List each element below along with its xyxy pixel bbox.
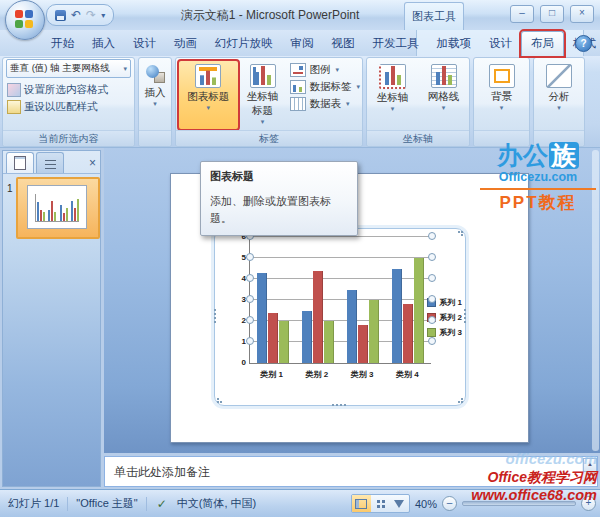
mini-bar: [63, 213, 65, 221]
group-axes: 坐标轴 ▾ 网格线 ▾ 坐标轴: [366, 57, 470, 147]
gridline-handle[interactable]: [428, 253, 436, 261]
gridline-handle[interactable]: [428, 337, 436, 345]
ribbon-tab[interactable]: 幻灯片放映: [206, 32, 282, 56]
data-labels-button[interactable]: 数据标签 ▾: [290, 80, 360, 94]
format-selection-label: 设置所选内容格式: [24, 83, 108, 97]
chart-bar[interactable]: [257, 273, 267, 363]
chevron-down-icon: ▾: [207, 104, 211, 112]
slide-thumbnail[interactable]: [16, 177, 100, 239]
chart-bar[interactable]: [369, 300, 379, 363]
chart-bar[interactable]: [302, 311, 312, 364]
undo-button[interactable]: ↶: [71, 9, 81, 21]
category-label: 类别 2: [294, 369, 339, 380]
panel-close-icon[interactable]: ×: [89, 153, 96, 173]
spellcheck-icon[interactable]: ✓: [157, 497, 167, 511]
ribbon-tab[interactable]: 加载项: [428, 32, 481, 56]
chart-bar[interactable]: [358, 325, 368, 363]
chart-bar[interactable]: [403, 304, 413, 363]
data-labels-label: 数据标签: [309, 80, 351, 94]
chart-bar[interactable]: [414, 258, 424, 363]
legend-button[interactable]: 图例 ▾: [290, 63, 360, 77]
maximize-button[interactable]: □: [540, 5, 564, 23]
chart-bar[interactable]: [268, 313, 278, 363]
save-icon[interactable]: [55, 10, 66, 21]
selection-handle-bottom-left[interactable]: [217, 401, 219, 403]
tab-outline[interactable]: [36, 152, 64, 173]
divider: [146, 497, 147, 511]
office-button[interactable]: [5, 0, 45, 40]
chart-bar[interactable]: [347, 290, 357, 364]
gridline-handle[interactable]: [428, 232, 436, 240]
reset-style-icon: [7, 100, 21, 114]
selection-handle-bottom[interactable]: [332, 404, 334, 406]
watermark-footer: officezu.com Office教程学习网 www.office68.co…: [402, 450, 597, 504]
help-button[interactable]: ?: [575, 35, 592, 52]
group-current-selection: 垂直 (值) 轴 主要网格线 ▾ 设置所选内容格式 重设以匹配样式 当前所选内容: [2, 57, 135, 147]
gridline-handle[interactable]: [428, 295, 436, 303]
minimize-button[interactable]: –: [510, 5, 534, 23]
chart-object[interactable]: 0123456 类别 1类别 2类别 3类别 4 系列 1系列 2系列 3: [214, 228, 466, 406]
normal-view-button[interactable]: [352, 495, 371, 512]
current-selection-dropdown[interactable]: 垂直 (值) 轴 主要网格线 ▾: [6, 59, 131, 78]
slide-indicator: 幻灯片 1/1: [8, 496, 59, 511]
group-insert: 插入 ▾: [138, 57, 172, 147]
slide-thumbnail-icon: [14, 156, 26, 170]
chart-bar[interactable]: [324, 321, 334, 363]
ribbon-tab[interactable]: 设计: [124, 32, 165, 56]
group-label-labels: 标签: [176, 130, 362, 146]
gridline-handle[interactable]: [246, 295, 254, 303]
slide-sorter-button[interactable]: [371, 495, 390, 512]
selection-handle-right[interactable]: [464, 309, 466, 311]
gridline-handle[interactable]: [246, 337, 254, 345]
selection-handle-bottom-right[interactable]: [461, 401, 463, 403]
chart-plot: 0123456: [249, 237, 431, 364]
ribbon-tab[interactable]: 视图: [323, 32, 364, 56]
mini-bar-group: [48, 194, 56, 221]
chart-bar[interactable]: [313, 271, 323, 363]
language-indicator[interactable]: 中文(简体, 中国): [177, 496, 256, 511]
axes-button[interactable]: 坐标轴 ▾: [369, 60, 416, 130]
gridline-handle[interactable]: [246, 253, 254, 261]
chart-title-icon: [195, 64, 221, 88]
gridline-handle[interactable]: [246, 274, 254, 282]
selection-handle-left[interactable]: [214, 309, 216, 311]
ribbon-tab[interactable]: 开发工具: [364, 32, 428, 56]
legend-icon: [290, 63, 306, 77]
tab-slides-thumbnails[interactable]: [6, 152, 34, 173]
ribbon-tab[interactable]: 设计: [480, 32, 521, 56]
gridlines-button[interactable]: 网格线 ▾: [420, 60, 467, 130]
theme-name[interactable]: "Office 主题": [76, 496, 137, 511]
axes-icon: [379, 64, 406, 89]
group-label-axes: 坐标轴: [367, 130, 469, 146]
data-table-button[interactable]: 数据表 ▾: [290, 97, 360, 111]
chevron-down-icon: ▾: [261, 118, 265, 126]
gridline-handle[interactable]: [428, 274, 436, 282]
ribbon-tab[interactable]: 插入: [83, 32, 124, 56]
legend-label: 系列 1: [439, 297, 462, 308]
gridline-handle[interactable]: [428, 316, 436, 324]
ribbon-tab[interactable]: 布局: [521, 31, 564, 56]
chart-bar[interactable]: [279, 321, 289, 363]
mini-bar: [48, 210, 50, 221]
mini-bar-group: [71, 194, 79, 221]
analysis-button[interactable]: 分析 ▾: [536, 60, 582, 130]
tooltip-title: 图表标题: [210, 169, 348, 184]
chart-title-label: 图表标题: [187, 90, 229, 102]
ribbon-tab[interactable]: 动画: [165, 32, 206, 56]
format-selection-button[interactable]: 设置所选内容格式: [3, 81, 134, 98]
ribbon-tab[interactable]: 审阅: [282, 32, 323, 56]
axis-titles-label-2: 标题: [252, 104, 273, 116]
selection-handle-top-right[interactable]: [461, 231, 463, 233]
ribbon-tab[interactable]: 开始: [42, 32, 83, 56]
chart-title-button[interactable]: 图表标题 ▾: [178, 60, 239, 130]
chart-bar[interactable]: [392, 269, 402, 364]
redo-button[interactable]: ↷: [86, 9, 96, 21]
axis-titles-button[interactable]: 坐标轴 标题 ▾: [239, 60, 287, 130]
qat-more-button[interactable]: ▾: [101, 11, 105, 20]
gridline-handle[interactable]: [246, 316, 254, 324]
close-button[interactable]: ×: [570, 5, 594, 23]
background-button[interactable]: 背景 ▾: [477, 60, 527, 130]
ribbon: 垂直 (值) 轴 主要网格线 ▾ 设置所选内容格式 重设以匹配样式 当前所选内容…: [0, 56, 600, 148]
reset-style-button[interactable]: 重设以匹配样式: [3, 98, 134, 115]
insert-button[interactable]: 插入 ▾: [141, 60, 169, 130]
